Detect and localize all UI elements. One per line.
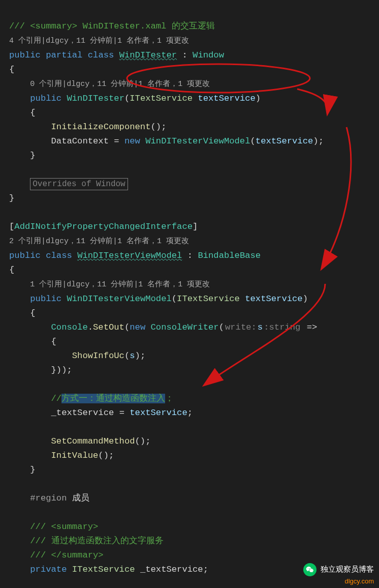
xml-doc-summary: /// <summary> WinDITester.xaml 的交互逻辑	[9, 21, 215, 31]
wechat-icon	[303, 563, 317, 576]
brace-open: {	[9, 265, 14, 275]
brace-open: {	[30, 108, 35, 117]
doc-summary-close: /// </summary>	[30, 550, 103, 560]
init-component-call: InitializeComponent();	[51, 122, 167, 132]
codelens-class1[interactable]: 4 个引用|dlgcy，11 分钟前|1 名作者，1 项更改	[9, 37, 189, 45]
collapsed-region[interactable]: Overrides of Window	[30, 178, 128, 190]
brace-open: {	[30, 308, 35, 318]
showinfo-call: ShowInfoUc(s);	[72, 351, 145, 361]
comment-way-1: //方式一：通过构造函数注入；	[51, 394, 174, 403]
class-decl-2: public class WinDITesterViewModel : Bind…	[9, 251, 261, 260]
constructor-1: public WinDITester(ITextService textServ…	[30, 94, 261, 103]
doc-summary-open: /// <summary>	[30, 522, 98, 532]
datacontext-assign: DataContext = new WinDITesterViewModel(t…	[51, 136, 324, 146]
brace-close: }));	[51, 365, 72, 375]
console-setout: Console.SetOut(new ConsoleWriter(write:s…	[51, 322, 318, 332]
codelens-ctor2[interactable]: 1 个引用|dlgcy，11 分钟前|1 名作者，1 项更改	[30, 280, 210, 289]
brace-close: }	[9, 193, 14, 203]
setcommand-call: SetCommandMethod();	[51, 436, 151, 446]
class-decl-1: public partial class WinDITester : Windo…	[9, 50, 224, 60]
watermark: 独立观察员博客 dlgcy.com	[303, 563, 374, 585]
brace-close: }	[30, 151, 35, 160]
initvalue-call: InitValue();	[51, 451, 114, 460]
attribute-decl: [AddINotifyPropertyChangedInterface]	[9, 222, 198, 231]
region-start[interactable]: #region 成员	[30, 493, 89, 503]
watermark-blog: 独立观察员博客	[321, 565, 374, 573]
watermark-site: dlgcy.com	[303, 577, 374, 585]
constructor-2: public WinDITesterViewModel(ITextService…	[30, 294, 308, 304]
field-decl: private ITextService _textService;	[30, 565, 208, 574]
codelens-ctor1[interactable]: 0 个引用|dlgcy，11 分钟前|1 名作者，1 项更改	[30, 80, 210, 89]
brace-open: {	[51, 337, 56, 346]
doc-summary-text: /// 通过构造函数注入的文字服务	[30, 536, 163, 546]
brace-open: {	[9, 65, 14, 74]
code-editor[interactable]: /// <summary> WinDITester.xaml 的交互逻辑 4 个…	[0, 0, 379, 588]
field-assign: _textService = textService;	[51, 408, 193, 418]
codelens-class2[interactable]: 2 个引用|dlgcy，11 分钟前|1 名作者，1 项更改	[9, 237, 189, 246]
brace-close: }	[30, 465, 35, 475]
